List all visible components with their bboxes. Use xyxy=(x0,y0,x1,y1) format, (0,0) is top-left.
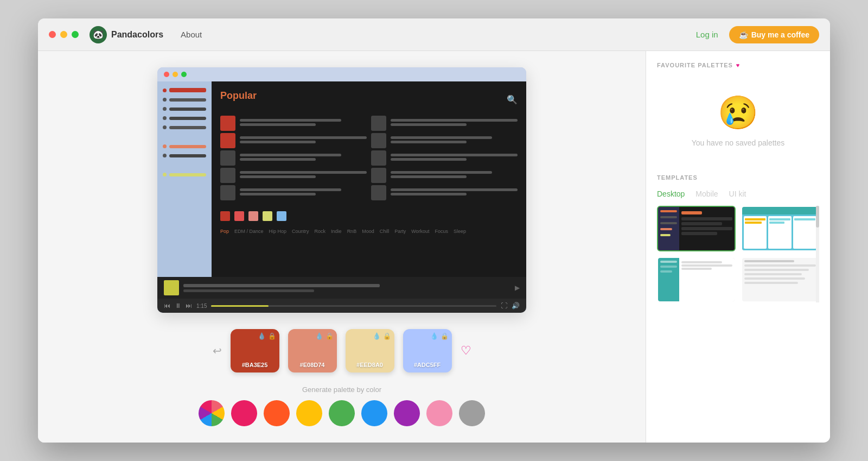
volume-icon[interactable]: 🔊 xyxy=(512,302,520,310)
color-swatch-4[interactable]: 💧 🔒 #ADC5FF xyxy=(403,329,452,372)
template-img-4 xyxy=(742,258,819,301)
login-button[interactable]: Log in xyxy=(696,30,718,39)
swatch-hex-3: #EED8A0 xyxy=(356,362,383,368)
track-row xyxy=(371,168,518,183)
mockup-sidebar xyxy=(157,81,212,277)
template-2[interactable] xyxy=(741,206,820,251)
search-icon[interactable]: 🔍 xyxy=(507,94,518,105)
coffee-button[interactable]: ☕ Buy me a coffee xyxy=(729,26,819,43)
sidebar-dot xyxy=(163,125,167,129)
genre-sleep[interactable]: Sleep xyxy=(454,229,466,234)
lock-icon[interactable]: 🔒 xyxy=(383,332,391,340)
lock-icon[interactable]: 🔒 xyxy=(326,332,334,340)
templates-section: TEMPLATES Desktop Mobile UI kit xyxy=(657,174,819,302)
genre-chill[interactable]: Chill xyxy=(380,229,390,234)
sidebar-dot xyxy=(163,116,167,120)
genre-rock[interactable]: Rock xyxy=(315,229,326,234)
circle-multicolor[interactable] xyxy=(199,400,225,426)
tab-ui-kit[interactable]: UI kit xyxy=(729,190,746,198)
scrollbar[interactable] xyxy=(816,206,819,302)
sidebar-row-7 xyxy=(163,154,206,157)
genre-hiphop[interactable]: Hip Hop xyxy=(269,229,287,234)
sidebar-row-5 xyxy=(163,125,206,129)
circle-orange[interactable] xyxy=(264,400,290,426)
genre-workout[interactable]: Workout xyxy=(411,229,429,234)
color-swatch-1[interactable]: 💧 🔒 #BA3E25 xyxy=(231,329,279,372)
empty-state: 😢 You have no saved palettes xyxy=(657,77,819,163)
genre-focus[interactable]: Focus xyxy=(435,229,449,234)
close-button[interactable] xyxy=(49,31,56,38)
sidebar-row-2 xyxy=(163,98,206,102)
traffic-lights xyxy=(49,31,79,38)
circle-gray[interactable] xyxy=(459,400,485,426)
track-info xyxy=(391,188,518,197)
progress-bar[interactable] xyxy=(211,305,496,307)
sidebar-bar xyxy=(169,154,206,157)
circle-purple[interactable] xyxy=(394,400,420,426)
track-thumb xyxy=(371,150,386,166)
genre-country[interactable]: Country xyxy=(292,229,309,234)
template-tabs: Desktop Mobile UI kit xyxy=(657,190,819,198)
tab-desktop[interactable]: Desktop xyxy=(657,190,685,198)
time-display: 1:15 xyxy=(196,303,207,309)
track-row xyxy=(371,150,518,166)
circle-light-pink[interactable] xyxy=(426,400,452,426)
circle-blue[interactable] xyxy=(361,400,387,426)
circle-yellow[interactable] xyxy=(296,400,322,426)
app-window: 🐼 Pandacolors About Log in ☕ Buy me a co… xyxy=(38,18,830,443)
genre-party[interactable]: Party xyxy=(394,229,406,234)
track-info xyxy=(240,188,367,197)
refresh-icon[interactable]: ↩ xyxy=(213,344,222,357)
track-info xyxy=(391,154,518,162)
genre-mood[interactable]: Mood xyxy=(362,229,374,234)
track-list-col1 xyxy=(220,116,367,203)
color-swatch-2[interactable]: 💧 🔒 #E08D74 xyxy=(288,329,337,372)
footer-arrow: ▶ xyxy=(515,284,520,292)
now-color-4 xyxy=(263,211,272,221)
circle-red-pink[interactable] xyxy=(231,400,257,426)
color-swatch-3[interactable]: 💧 🔒 #EED8A0 xyxy=(346,329,394,372)
lock-icon[interactable]: 🔒 xyxy=(268,332,276,340)
scrollbar-thumb xyxy=(816,206,819,228)
track-info xyxy=(391,119,518,128)
template-4[interactable] xyxy=(741,257,820,302)
footer-thumb xyxy=(164,280,179,295)
track-row xyxy=(220,116,367,131)
lock-icon[interactable]: 🔒 xyxy=(441,332,449,340)
sidebar-dot xyxy=(163,89,167,92)
coffee-emoji: ☕ xyxy=(739,30,748,39)
genre-edm[interactable]: EDM / Dance xyxy=(234,229,264,234)
brand[interactable]: 🐼 Pandacolors xyxy=(90,26,163,43)
footer-info xyxy=(183,284,510,292)
track-thumb xyxy=(371,133,386,148)
genre-rnb[interactable]: RnB xyxy=(347,229,357,234)
template-1[interactable] xyxy=(657,206,736,251)
track-thumb xyxy=(371,168,386,183)
save-palette-heart[interactable]: ♡ xyxy=(461,344,471,358)
template-grid-wrap xyxy=(657,206,819,302)
sidebar-row-3 xyxy=(163,107,206,111)
minimize-button[interactable] xyxy=(60,31,67,38)
template-img-1 xyxy=(658,207,735,250)
genre-pop[interactable]: Pop xyxy=(220,229,229,234)
tab-mobile[interactable]: Mobile xyxy=(695,190,718,198)
fullscreen-button[interactable] xyxy=(72,31,79,38)
track-row xyxy=(371,185,518,200)
titlebar: 🐼 Pandacolors About Log in ☕ Buy me a co… xyxy=(38,18,830,51)
sidebar-dot xyxy=(163,98,167,102)
empty-emoji: 😢 xyxy=(718,93,758,132)
play-pause-icon[interactable]: ⏸ xyxy=(175,302,181,310)
expand-icon[interactable]: ⛶ xyxy=(501,302,507,310)
next-icon[interactable]: ⏭ xyxy=(186,302,192,310)
track-thumb xyxy=(220,185,235,200)
template-3[interactable] xyxy=(657,257,736,302)
sidebar-dot xyxy=(163,144,167,148)
sidebar-dot xyxy=(163,154,167,157)
prev-icon[interactable]: ⏮ xyxy=(164,302,170,310)
sidebar-dot xyxy=(163,107,167,111)
app-mockup: Popular 🔍 xyxy=(157,67,526,313)
circle-green[interactable] xyxy=(329,400,355,426)
mockup-title: Popular xyxy=(220,90,257,102)
nav-about[interactable]: About xyxy=(176,28,206,41)
genre-indie[interactable]: Indie xyxy=(331,229,342,234)
